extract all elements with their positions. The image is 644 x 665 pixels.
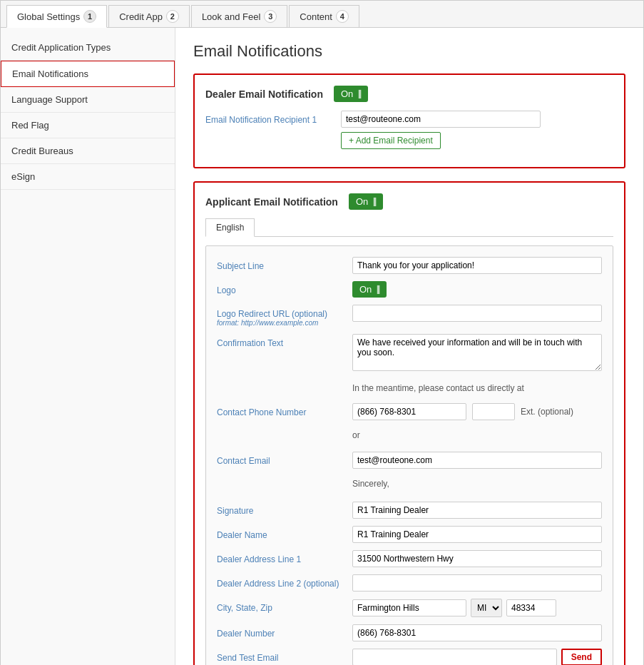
tab-global-settings-badge: 1	[83, 10, 96, 23]
sidebar-item-language-support[interactable]: Language Support	[1, 87, 175, 113]
send-test-input[interactable]	[352, 649, 557, 665]
dealer-toggle-button[interactable]: On	[334, 86, 368, 102]
dealer-recipient-row: Email Notification Recipient 1 + Add Ema…	[205, 111, 613, 149]
address2-row: Dealer Address Line 2 (optional)	[217, 574, 602, 592]
confirmation-text-textarea[interactable]: We have received your information and wi…	[352, 334, 602, 371]
csz-label: City, State, Zip	[217, 599, 352, 613]
sincerely-text: Sincerely,	[352, 479, 389, 489]
tab-credit-app[interactable]: Credit App 2	[108, 5, 190, 27]
applicant-email-section: Applicant Email Notification On English …	[193, 181, 625, 665]
phone-control: Ext. (optional)	[352, 403, 602, 420]
sidebar: Credit Application Types Email Notificat…	[1, 28, 175, 665]
phone-row: Contact Phone Number Ext. (optional)	[217, 403, 602, 420]
subject-line-control	[352, 257, 602, 274]
main-area: Credit Application Types Email Notificat…	[1, 28, 643, 665]
contact-email-control	[352, 452, 602, 469]
logo-row: Logo On	[217, 281, 602, 298]
sidebar-item-esign[interactable]: eSign	[1, 164, 175, 190]
logo-toggle-button[interactable]: On	[352, 281, 387, 298]
dealer-recipient-control: + Add Email Recipient	[341, 111, 613, 149]
address1-row: Dealer Address Line 1	[217, 550, 602, 567]
tab-look-feel-badge: 3	[264, 10, 277, 23]
zip-input[interactable]	[506, 599, 556, 616]
dealer-number-control	[352, 624, 602, 641]
contact-email-input[interactable]	[352, 452, 602, 469]
dealer-name-input[interactable]	[352, 526, 602, 543]
top-tab-bar: Global Settings 1 Credit App 2 Look and …	[1, 1, 643, 28]
dealer-recipient-input[interactable]	[341, 111, 541, 128]
tab-content-label: Content	[300, 11, 332, 22]
logo-redirect-control	[352, 305, 602, 322]
send-test-label: Send Test Email	[217, 649, 352, 663]
subject-line-row: Subject Line	[217, 257, 602, 274]
tab-content-badge: 4	[336, 10, 349, 23]
dealer-name-row: Dealer Name	[217, 526, 602, 543]
confirmation-text-row: Confirmation Text We have received your …	[217, 334, 602, 373]
city-input[interactable]	[352, 599, 466, 616]
phone-input[interactable]	[352, 403, 466, 420]
state-select[interactable]: MI	[471, 599, 502, 617]
contact-email-label: Contact Email	[217, 452, 352, 466]
dealer-number-row: Dealer Number	[217, 624, 602, 641]
ext-label: Ext. (optional)	[521, 407, 573, 417]
signature-row: Signature	[217, 502, 602, 519]
tab-look-feel-label: Look and Feel	[202, 11, 260, 22]
signature-control	[352, 502, 602, 519]
sidebar-item-credit-application-types[interactable]: Credit Application Types	[1, 35, 175, 61]
address2-input[interactable]	[352, 574, 602, 592]
applicant-toggle-button[interactable]: On	[349, 193, 383, 210]
confirmation-text-label: Confirmation Text	[217, 334, 352, 348]
confirmation-text-control: We have received your information and wi…	[352, 334, 602, 373]
dealer-name-label: Dealer Name	[217, 526, 352, 540]
csz-inputs: MI	[352, 599, 602, 617]
phone-input-row: Ext. (optional)	[352, 403, 602, 420]
address2-control	[352, 574, 602, 592]
sidebar-item-email-notifications[interactable]: Email Notifications	[1, 61, 175, 87]
logo-redirect-row: Logo Redirect URL (optional) format: htt…	[217, 305, 602, 327]
applicant-section-header: Applicant Email Notification On	[205, 193, 613, 210]
tab-global-settings-label: Global Settings	[17, 11, 80, 22]
csz-control: MI	[352, 599, 602, 617]
tab-credit-app-badge: 2	[166, 10, 179, 23]
tab-look-feel[interactable]: Look and Feel 3	[191, 5, 287, 27]
tab-global-settings[interactable]: Global Settings 1	[6, 5, 107, 28]
ext-input[interactable]	[472, 403, 515, 420]
address1-label: Dealer Address Line 1	[217, 550, 352, 564]
send-test-row: Send Test Email Send	[217, 649, 602, 665]
phone-label: Contact Phone Number	[217, 403, 352, 417]
sidebar-item-credit-bureaus[interactable]: Credit Bureaus	[1, 138, 175, 164]
dealer-number-label: Dealer Number	[217, 624, 352, 639]
subject-line-input[interactable]	[352, 257, 602, 274]
dealer-email-section: Dealer Email Notification On Email Notif…	[193, 73, 625, 168]
logo-control: On	[352, 281, 602, 298]
content-area: Email Notifications Dealer Email Notific…	[175, 28, 643, 665]
applicant-form: Subject Line Logo On	[205, 245, 613, 665]
or-row: or	[217, 427, 602, 445]
address1-input[interactable]	[352, 550, 602, 567]
add-email-recipient-button[interactable]: + Add Email Recipient	[341, 132, 441, 149]
subject-line-label: Subject Line	[217, 257, 352, 271]
page-title: Email Notifications	[193, 42, 625, 61]
logo-label: Logo	[217, 281, 352, 295]
send-button[interactable]: Send	[561, 649, 602, 665]
logo-redirect-input[interactable]	[352, 305, 602, 322]
applicant-section-title: Applicant Email Notification	[205, 196, 338, 208]
language-tabs: English	[205, 218, 613, 237]
signature-input[interactable]	[352, 502, 602, 519]
or-text: or	[352, 430, 360, 440]
send-test-inputs: Send	[352, 649, 602, 665]
inline-contact-text: In the meantime, please contact us direc…	[352, 383, 524, 393]
tab-content[interactable]: Content 4	[289, 5, 359, 27]
dealer-number-input[interactable]	[352, 624, 602, 641]
dealer-section-header: Dealer Email Notification On	[205, 86, 613, 102]
dealer-recipient-label: Email Notification Recipient 1	[205, 111, 341, 125]
send-test-control: Send	[352, 649, 602, 665]
signature-label: Signature	[217, 502, 352, 516]
sidebar-item-red-flag[interactable]: Red Flag	[1, 113, 175, 138]
inline-text-row: In the meantime, please contact us direc…	[217, 380, 602, 396]
csz-row: City, State, Zip MI	[217, 599, 602, 617]
address1-control	[352, 550, 602, 567]
lang-tab-english[interactable]: English	[205, 218, 255, 237]
tab-credit-app-label: Credit App	[119, 11, 163, 22]
logo-redirect-label: Logo Redirect URL (optional) format: htt…	[217, 305, 352, 327]
